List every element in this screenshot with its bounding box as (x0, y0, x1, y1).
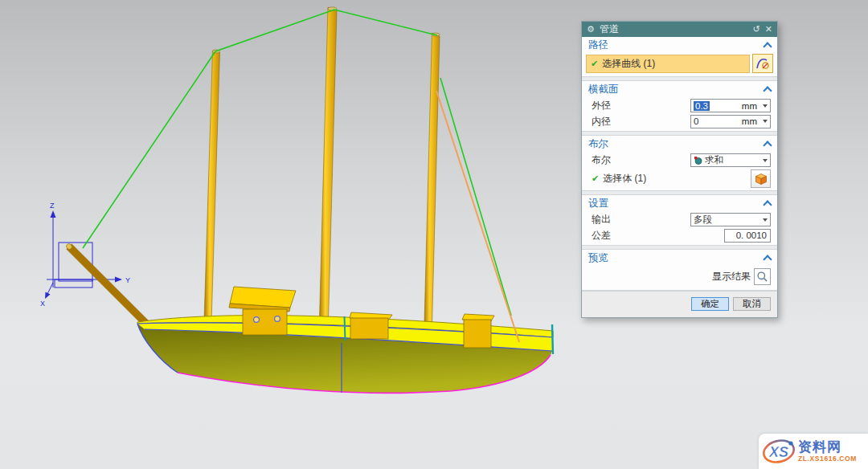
section-path: 路径 ✔ 选择曲线 (1) (582, 37, 777, 77)
collapse-chevron-icon[interactable] (763, 42, 772, 51)
close-icon[interactable]: ✕ (765, 25, 772, 34)
section-settings-title: 设置 (588, 197, 608, 210)
show-result-label: 显示结果 (712, 270, 751, 283)
check-icon: ✔ (592, 173, 599, 184)
watermark-logo: XS (761, 435, 796, 467)
outer-diameter-value[interactable]: 0.3 (694, 101, 710, 111)
select-curve-label: 选择曲线 (1) (602, 57, 655, 71)
select-curve-field[interactable]: ✔ 选择曲线 (1) (586, 55, 750, 73)
gear-icon: ⚙ (587, 25, 595, 34)
collapse-chevron-icon[interactable] (763, 255, 772, 263)
outer-diameter-unit[interactable]: mm (742, 101, 757, 111)
bowsprit[interactable] (65, 243, 149, 326)
dropdown-caret-icon[interactable] (763, 159, 768, 162)
dialog-titlebar[interactable]: ⚙ 管道 ↺ ✕ (582, 22, 777, 37)
section-boolean-title: 布尔 (588, 137, 608, 151)
curve-icon (755, 56, 770, 71)
inner-diameter-label: 内径 (592, 115, 611, 128)
porthole (254, 317, 260, 323)
collapse-chevron-icon[interactable] (763, 200, 772, 209)
z-axis-arrow (51, 210, 56, 218)
section-cross-section: 横截面 外径 0.3 mm 内径 0 mm (582, 80, 777, 132)
section-settings-header[interactable]: 设置 (582, 195, 777, 211)
rigging-curve-top[interactable] (83, 10, 437, 248)
select-body-button[interactable] (751, 169, 771, 188)
section-preview: 预览 显示结果 (582, 249, 777, 291)
watermark-site-url: ZL.XS1616.COM (798, 455, 857, 463)
output-label: 输出 (592, 213, 611, 226)
section-cross-title: 横截面 (588, 83, 619, 96)
dropdown-caret-icon[interactable] (763, 120, 768, 123)
dropdown-caret-icon[interactable] (763, 104, 768, 108)
section-preview-header[interactable]: 预览 (582, 250, 777, 266)
hatch2-front (464, 320, 491, 348)
inner-diameter-unit[interactable]: mm (742, 116, 757, 126)
section-boolean: 布尔 布尔 求和 ✔ 选择体 (1) (582, 135, 777, 191)
pipe-dialog: ⚙ 管道 ↺ ✕ 路径 ✔ 选择曲线 (1) 横 (581, 21, 778, 318)
stern-edge (552, 324, 553, 354)
dropdown-caret-icon[interactable] (763, 218, 768, 222)
collapse-chevron-icon[interactable] (763, 141, 772, 149)
check-icon: ✔ (591, 59, 598, 69)
section-path-header[interactable]: 路径 (582, 37, 777, 53)
reset-icon[interactable]: ↺ (753, 25, 760, 34)
section-boolean-header[interactable]: 布尔 (582, 136, 777, 152)
select-body-label: 选择体 (1) (603, 172, 646, 186)
ok-button[interactable]: 确定 (691, 297, 729, 311)
tolerance-value: 0. 0010 (736, 230, 767, 240)
section-cross-header[interactable]: 横截面 (582, 81, 777, 97)
mast-front (204, 51, 220, 322)
section-preview-title: 预览 (588, 251, 608, 265)
curve-select-button[interactable] (752, 54, 773, 73)
show-result-button[interactable] (754, 268, 771, 285)
boolean-label: 布尔 (592, 153, 611, 167)
rigging-curve-aft[interactable] (440, 78, 511, 316)
watermark-site-name: 资料网 (798, 440, 857, 454)
section-path-title: 路径 (588, 39, 608, 52)
inner-diameter-field[interactable]: 0 mm (690, 115, 771, 128)
cabin-body (243, 309, 287, 335)
section-settings: 设置 输出 多段 公差 0. 0010 (582, 194, 777, 246)
deck-mark (345, 316, 346, 341)
hatch-front (350, 318, 388, 339)
output-value: 多段 (694, 214, 712, 226)
outer-diameter-field[interactable]: 0.3 mm (690, 99, 771, 112)
dialog-title: 管道 (600, 22, 619, 36)
porthole (275, 316, 280, 322)
z-axis-label: Z (50, 202, 55, 210)
output-dropdown[interactable]: 多段 (690, 213, 771, 226)
collapse-chevron-icon[interactable] (763, 86, 772, 95)
outer-diameter-label: 外径 (592, 99, 611, 112)
selected-path-curve[interactable] (436, 91, 519, 342)
unite-icon (694, 156, 702, 165)
y-axis-label: Y (125, 276, 130, 284)
mast-rear (424, 33, 440, 341)
x-axis-label: X (40, 300, 45, 308)
magnifier-icon (756, 271, 768, 283)
inner-diameter-value[interactable]: 0 (694, 116, 698, 126)
watermark-logo-text: XS (768, 444, 788, 460)
mast-middle (319, 7, 337, 336)
boolean-dropdown[interactable]: 求和 (690, 153, 771, 167)
dialog-footer: 确定 取消 (582, 291, 777, 317)
tolerance-label: 公差 (592, 229, 611, 243)
tolerance-field[interactable]: 0. 0010 (724, 229, 771, 243)
solid-body-icon (755, 173, 768, 186)
boolean-value: 求和 (705, 154, 723, 166)
cancel-button[interactable]: 取消 (733, 297, 771, 311)
y-axis-arrow (115, 277, 122, 283)
watermark-card: XS 资料网 ZL.XS1616.COM (759, 434, 868, 469)
